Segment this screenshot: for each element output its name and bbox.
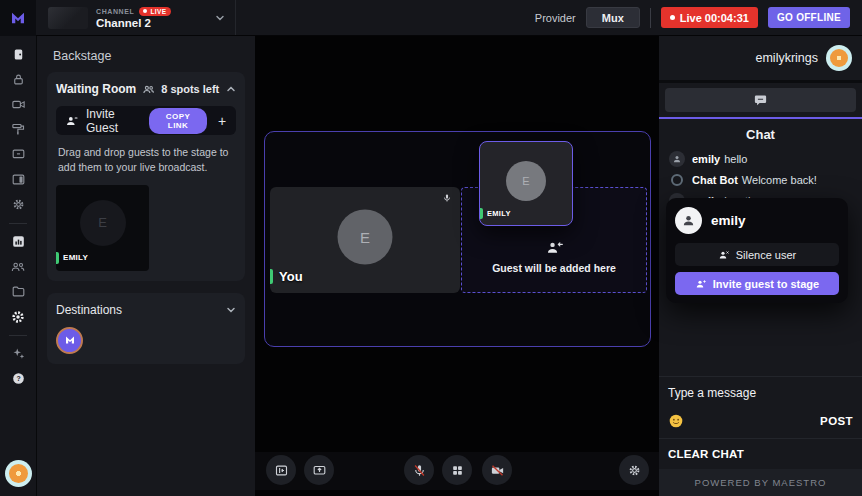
maestro-logo[interactable]	[0, 0, 36, 36]
destinations-card: Destinations	[47, 293, 245, 364]
broadcast-frame: E You Guest will be added here E EMILY	[264, 131, 651, 347]
chat-message[interactable]: Chat BotWelcome back!	[669, 174, 852, 186]
invite-guest-label: Invite Guest	[86, 107, 142, 135]
waiting-room-card: Waiting Room 8 spots left Invite Guest C…	[47, 72, 245, 281]
person-mute-icon	[718, 249, 730, 261]
backstage-panel: Backstage Waiting Room 8 spots left Invi…	[36, 36, 255, 496]
live-timer-badge: Live 00:04:31	[661, 7, 758, 28]
provider-select[interactable]: Mux	[586, 7, 640, 28]
divider	[9, 223, 27, 224]
grid-layout-button[interactable]	[442, 455, 472, 485]
guest-avatar: E	[80, 200, 126, 246]
stage-settings-button[interactable]	[619, 455, 649, 485]
monitor-icon[interactable]	[5, 143, 31, 166]
people-icon[interactable]	[5, 255, 31, 278]
channel-thumbnail	[48, 7, 88, 29]
door-icon[interactable]	[5, 43, 31, 66]
live-dot-icon	[143, 9, 147, 13]
maestro-m-icon	[9, 9, 27, 27]
destinations-title: Destinations	[56, 303, 122, 317]
live-dot-icon	[670, 15, 675, 20]
camera-muted-button[interactable]	[482, 455, 512, 485]
message-author: Chat Bot	[692, 174, 738, 186]
backstage-title: Backstage	[37, 36, 255, 72]
svg-text:?: ?	[16, 375, 20, 382]
guest-name-label: EMILY	[487, 209, 511, 218]
waiting-guest-tile[interactable]: E EMILY	[56, 185, 149, 271]
message-author: emily	[692, 153, 720, 165]
divider	[9, 335, 27, 336]
chat-user-menu: emily Silence user Invite guest to stage	[666, 198, 848, 303]
user-avatar[interactable]	[826, 45, 852, 71]
channel-selector[interactable]: CHANNEL LIVE Channel 2	[36, 0, 236, 35]
paint-roller-icon[interactable]	[5, 118, 31, 141]
folder-icon[interactable]	[5, 280, 31, 303]
people-icon	[142, 83, 155, 96]
mic-icon	[442, 193, 452, 203]
add-guest-button[interactable]: +	[214, 113, 230, 129]
person-plus-icon	[695, 278, 707, 290]
person-avatar-icon	[669, 151, 685, 167]
chat-panel: emilykrings Chat emilyhello Chat BotWelc…	[659, 36, 862, 496]
user-avatar[interactable]	[5, 460, 32, 487]
sidebar-panel-icon[interactable]	[5, 168, 31, 191]
you-video-tile[interactable]: E You	[270, 187, 460, 293]
message-text: Welcome back!	[742, 174, 817, 186]
channel-name: Channel 2	[96, 17, 171, 29]
person-avatar-icon	[675, 207, 702, 234]
lock-icon[interactable]	[5, 68, 31, 91]
top-bar: CHANNEL LIVE Channel 2 Provider Mux Live…	[0, 0, 862, 36]
collapse-panel-button[interactable]	[266, 455, 296, 485]
message-text: hello	[724, 153, 747, 165]
maestro-destination-icon[interactable]	[56, 327, 83, 354]
emoji-picker-button[interactable]	[668, 413, 684, 429]
channel-label: CHANNEL	[96, 8, 134, 15]
video-camera-icon[interactable]	[5, 93, 31, 116]
sparkles-icon[interactable]	[5, 342, 31, 365]
chevron-up-icon[interactable]	[226, 84, 236, 94]
logged-in-username: emilykrings	[755, 51, 818, 65]
drag-drop-hint: Drag and drop guests to the stage to add…	[58, 145, 234, 175]
speaking-indicator	[56, 252, 59, 264]
chat-bubble-icon	[753, 93, 768, 108]
invite-guest-row: Invite Guest COPY LINK +	[56, 106, 236, 135]
tab-chat[interactable]	[665, 88, 856, 112]
guest-avatar: E	[506, 161, 546, 201]
chat-input[interactable]: Type a message	[668, 386, 853, 402]
chat-panel-header: emilykrings	[659, 36, 862, 83]
silence-user-button[interactable]: Silence user	[675, 243, 839, 266]
screenshare-button[interactable]	[304, 455, 334, 485]
chat-message[interactable]: emilyhello	[669, 151, 852, 167]
help-icon[interactable]: ?	[5, 367, 31, 390]
gear-icon[interactable]	[5, 193, 31, 216]
provider-label: Provider	[535, 12, 576, 24]
waiting-room-title: Waiting Room	[56, 82, 136, 96]
chevron-down-icon[interactable]	[226, 305, 236, 315]
selected-user-name: emily	[711, 213, 746, 228]
chevron-down-icon	[215, 13, 225, 23]
guest-name-label: EMILY	[63, 253, 88, 262]
person-plus-icon	[65, 114, 79, 128]
speaking-indicator	[480, 208, 483, 219]
dropzone-label: Guest will be added here	[492, 262, 616, 274]
mic-muted-button[interactable]	[404, 455, 434, 485]
you-label: You	[279, 269, 303, 284]
chat-composer: Type a message POST	[659, 376, 862, 438]
gear-filled-icon[interactable]	[5, 305, 31, 328]
speaking-indicator	[270, 269, 273, 284]
chat-title: Chat	[659, 119, 862, 149]
invite-to-stage-button[interactable]: Invite guest to stage	[675, 272, 839, 295]
post-button[interactable]: POST	[820, 415, 853, 427]
bar-chart-icon[interactable]	[5, 230, 31, 253]
channel-live-badge: LIVE	[139, 7, 171, 16]
copy-link-button[interactable]: COPY LINK	[149, 108, 208, 134]
maestro-studio-app: CHANNEL LIVE Channel 2 Provider Mux Live…	[0, 0, 862, 496]
dragged-guest-tile[interactable]: E EMILY	[479, 141, 573, 226]
you-avatar: E	[338, 209, 393, 264]
go-offline-button[interactable]: GO OFFLINE	[768, 7, 850, 28]
bot-ring-icon	[671, 174, 683, 186]
person-arrow-icon	[546, 240, 563, 255]
divider	[650, 8, 651, 28]
clear-chat-button[interactable]: CLEAR CHAT	[659, 438, 862, 469]
stage-canvas: E You Guest will be added here E EMILY	[255, 36, 659, 496]
